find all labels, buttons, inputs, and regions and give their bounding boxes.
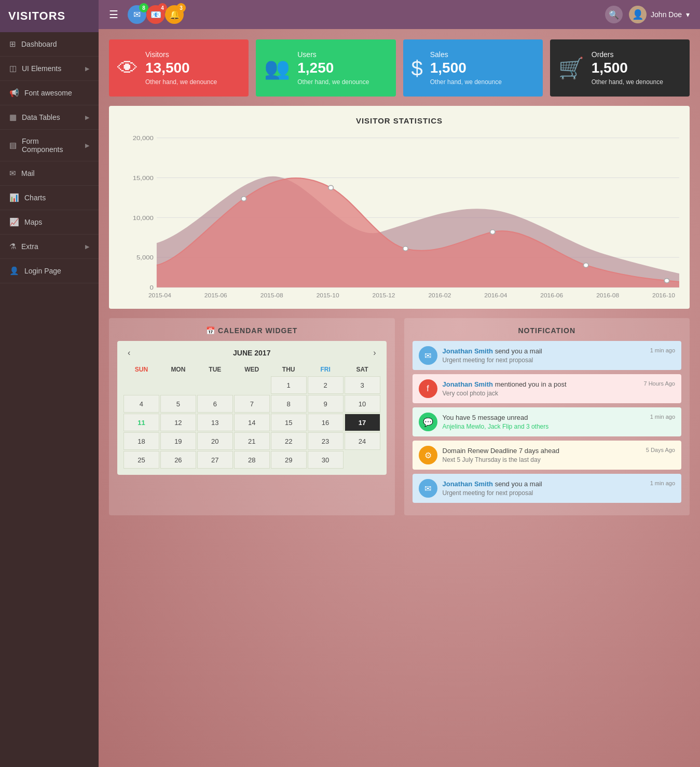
sidebar-item-label: Data Tables [22, 113, 60, 121]
calendar-day[interactable]: 29 [271, 451, 307, 469]
sidebar-item-label: Mail [21, 169, 35, 177]
search-button[interactable]: 🔍 [605, 6, 623, 23]
notification-item-notif1[interactable]: ✉ Jonathan Smith send you a mail Urgent … [413, 341, 682, 370]
calendar-day[interactable]: 28 [234, 451, 270, 469]
ui-elements-icon: ◫ [9, 64, 17, 73]
users-icon: 👥 [264, 56, 290, 80]
sidebar-item-label: UI Elements [22, 64, 61, 73]
mail2-button[interactable]: 📧 4 [146, 5, 165, 24]
calendar-day[interactable]: 27 [197, 451, 233, 469]
sidebar-item-mail[interactable]: ✉ Mail [0, 161, 99, 186]
sidebar-item-charts[interactable]: 📊 Charts [0, 186, 99, 210]
calendar-day[interactable]: 3 [345, 376, 380, 394]
svg-point-15 [664, 279, 669, 283]
login-page-icon: 👤 [9, 266, 19, 276]
sidebar-item-extra[interactable]: ⚗ Extra ▶ [0, 235, 99, 259]
notif-content: You have 5 message unread Anjelina Mewlo… [443, 413, 645, 430]
sidebar-item-label: Dashboard [21, 40, 57, 48]
calendar-day[interactable]: 24 [345, 432, 380, 450]
stat-card-visitors: 👁 Visitors 13,500 Other hand, we denounc… [109, 39, 249, 97]
calendar-day[interactable]: 5 [160, 395, 196, 413]
cal-dow-thu: THU [271, 364, 307, 375]
cal-dow-tue: TUE [197, 364, 233, 375]
notification-list: ✉ Jonathan Smith send you a mail Urgent … [413, 341, 682, 503]
sidebar-item-ui-elements[interactable]: ◫ UI Elements ▶ [0, 57, 99, 81]
sidebar-item-label: Login Page [24, 267, 61, 275]
sidebar-item-login-page[interactable]: 👤 Login Page [0, 259, 99, 283]
calendar-day[interactable]: 19 [160, 432, 196, 450]
calendar-day[interactable]: 4 [123, 395, 159, 413]
calendar-day[interactable]: 18 [123, 432, 159, 450]
calendar-day[interactable]: 6 [197, 395, 233, 413]
svg-text:2015-06: 2015-06 [204, 292, 227, 298]
form-components-icon: ▤ [9, 141, 17, 150]
visitors-sub: Other hand, we denounce [145, 78, 217, 86]
calendar-day[interactable]: 8 [271, 395, 307, 413]
calendar-day[interactable]: 12 [160, 414, 196, 431]
bell-badge: 3 [176, 3, 186, 12]
dashboard-icon: ⊞ [9, 39, 16, 49]
notif-icon: ⚙ [419, 446, 437, 464]
calendar-day[interactable]: 11 [123, 414, 159, 431]
calendar-day[interactable]: 15 [271, 414, 307, 431]
stat-card-users: 👥 Users 1,250 Other hand, we denounce [256, 39, 395, 97]
calendar-next-button[interactable]: › [369, 347, 380, 359]
calendar-day[interactable]: 9 [308, 395, 344, 413]
svg-point-13 [490, 230, 496, 235]
messages-button[interactable]: ✉ 8 [128, 5, 146, 24]
calendar-day[interactable]: 2 [308, 376, 344, 394]
chevron-right-icon: ▶ [85, 243, 89, 250]
sidebar-item-form-components[interactable]: ▤ Form Components ▶ [0, 130, 99, 161]
calendar-day[interactable]: 13 [197, 414, 233, 431]
calendar-day[interactable]: 17 [345, 414, 380, 431]
notif-sub: Urgent meeting for next proposal [443, 489, 645, 497]
calendar-day[interactable]: 25 [123, 451, 159, 469]
menu-icon[interactable]: ☰ [109, 8, 118, 21]
notification-item-notif3[interactable]: 💬 You have 5 message unread Anjelina Mew… [413, 407, 682, 436]
calendar-day[interactable]: 26 [160, 451, 196, 469]
calendar-day[interactable]: 23 [308, 432, 344, 450]
calendar-day [160, 376, 196, 394]
calendar-inner: ‹ JUNE 2017 › SUNMONTUEWEDTHUFRISAT12345… [117, 341, 387, 475]
svg-text:5,000: 5,000 [136, 254, 154, 261]
notif-sub: Next 5 July Thursday is the last day [443, 456, 641, 463]
calendar-day[interactable]: 1 [271, 376, 307, 394]
svg-text:15,000: 15,000 [133, 174, 154, 181]
bell-button[interactable]: 🔔 3 [165, 5, 184, 24]
sidebar-item-label: Font awesome [24, 89, 72, 97]
notif-content: Jonathan Smith send you a mail Urgent me… [443, 346, 645, 364]
topnav: ☰ ✉ 8 📧 4 🔔 3 🔍 👤 John Doe ▾ [99, 0, 700, 29]
sidebar-item-data-tables[interactable]: ▦ Data Tables ▶ [0, 105, 99, 130]
calendar-day[interactable]: 16 [308, 414, 344, 431]
calendar-day[interactable]: 10 [345, 395, 380, 413]
calendar-day[interactable]: 21 [234, 432, 270, 450]
sidebar-item-maps[interactable]: 📈 Maps [0, 210, 99, 235]
user-menu[interactable]: 👤 John Doe ▾ [629, 6, 690, 23]
orders-text: Orders 1,500 Other hand, we denounce [592, 50, 663, 86]
notification-item-notif2[interactable]: f Jonathan Smith mentioned you in a post… [413, 374, 682, 403]
calendar-prev-button[interactable]: ‹ [123, 347, 134, 359]
sidebar-item-dashboard[interactable]: ⊞ Dashboard [0, 32, 99, 57]
notif-time: 5 Days Ago [646, 446, 675, 453]
notif-sub: Urgent meeting for next proposal [443, 357, 645, 364]
calendar-day[interactable]: 20 [197, 432, 233, 450]
sales-icon: $ [411, 57, 423, 80]
avatar: 👤 [629, 6, 647, 23]
calendar-widget-title: 📅 CALENDAR WIDGET [117, 326, 387, 335]
sidebar-item-label: Form Components [22, 137, 80, 154]
notif-message: You have 5 message unread [443, 413, 645, 422]
sidebar-item-font-awesome[interactable]: 📢 Font awesome [0, 81, 99, 105]
calendar-day[interactable]: 14 [234, 414, 270, 431]
calendar-day[interactable]: 22 [271, 432, 307, 450]
notification-item-notif5[interactable]: ✉ Jonathan Smith send you a mail Urgent … [413, 474, 682, 503]
calendar-day[interactable]: 30 [308, 451, 344, 469]
calendar-day[interactable]: 7 [234, 395, 270, 413]
visitors-label: Visitors [145, 50, 217, 59]
svg-text:0: 0 [150, 284, 154, 291]
notification-item-notif4[interactable]: ⚙ Domain Renew Deadline 7 days ahead Nex… [413, 441, 682, 470]
visitors-value: 13,500 [145, 60, 217, 76]
sales-label: Sales [430, 50, 502, 59]
notif-sender: Jonathan Smith [443, 347, 493, 355]
svg-text:2015-12: 2015-12 [373, 292, 395, 298]
sidebar-items: ⊞ Dashboard ◫ UI Elements ▶ 📢 Font aweso… [0, 32, 99, 283]
